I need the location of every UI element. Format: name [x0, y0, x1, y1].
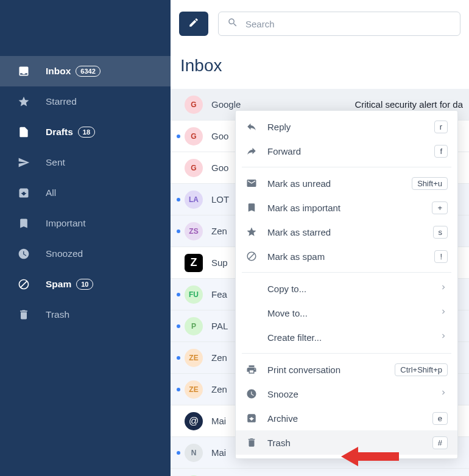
page-title: Inbox: [171, 47, 469, 89]
menu-separator: [242, 167, 451, 167]
unread-dot-icon: [177, 229, 180, 233]
unread-dot-icon: [177, 293, 180, 296]
chevron-right-icon: [439, 332, 448, 343]
menu-mark-unread[interactable]: Mark as unread Shift+u: [236, 171, 457, 195]
menu-label: Snooze: [267, 389, 439, 399]
archive-icon: [245, 412, 258, 424]
menu-label: Mark as unread: [267, 178, 412, 189]
chevron-right-icon: [439, 307, 448, 318]
clock-icon: [17, 247, 30, 261]
chevron-right-icon: [439, 283, 448, 294]
sidebar-badge: 10: [76, 279, 93, 290]
mail-icon: [245, 177, 258, 189]
menu-label: Mark as important: [267, 203, 432, 213]
file-icon: [17, 125, 30, 139]
clock-icon: [245, 388, 258, 400]
unread-dot-icon: [177, 451, 180, 455]
avatar: G: [185, 127, 203, 145]
sidebar-item-inbox[interactable]: Inbox 6342: [0, 56, 171, 86]
forward-icon: [245, 145, 258, 157]
menu-shortcut: f: [434, 145, 448, 158]
menu-shortcut: Shift+u: [412, 177, 448, 190]
avatar: Z: [185, 254, 203, 272]
sidebar-item-important[interactable]: Important: [0, 208, 171, 239]
menu-move-to[interactable]: Move to...: [236, 301, 457, 325]
menu-archive[interactable]: Archive e: [236, 406, 457, 430]
sidebar-item-snoozed[interactable]: Snoozed: [0, 239, 171, 269]
avatar: LA: [185, 191, 203, 209]
archive-icon: [17, 186, 30, 200]
menu-shortcut: r: [434, 121, 448, 133]
sidebar-label: Snoozed: [46, 248, 83, 259]
context-menu: Reply r Forward f Mark as unread Shift+u…: [235, 110, 458, 459]
menu-separator: [242, 353, 451, 354]
sidebar-label: Drafts: [46, 127, 73, 138]
sidebar-label: Trash: [46, 309, 69, 320]
menu-shortcut: Ctrl+Shift+p: [395, 363, 448, 376]
menu-label: Move to...: [267, 308, 439, 318]
unread-dot-icon: [177, 135, 180, 138]
search-icon: [227, 17, 245, 30]
pencil-icon: [188, 17, 199, 30]
sidebar-label: Spam: [46, 279, 71, 290]
avatar: ZE: [185, 349, 203, 367]
sidebar-item-all[interactable]: All: [0, 178, 171, 208]
sidebar-label: Starred: [46, 96, 77, 107]
menu-shortcut: !: [434, 250, 448, 263]
search-box[interactable]: [218, 12, 460, 36]
menu-create-filter[interactable]: Create filter...: [236, 325, 457, 349]
avatar: P: [185, 317, 203, 335]
annotation-arrow-icon: [341, 444, 399, 469]
avatar: G: [185, 159, 203, 177]
sidebar-item-trash[interactable]: Trash: [0, 299, 171, 330]
bookmark-icon: [245, 201, 258, 214]
bookmark-icon: [17, 217, 30, 230]
menu-reply[interactable]: Reply r: [236, 114, 457, 139]
menu-label: Archive: [267, 413, 432, 424]
menu-label: Print conversation: [267, 365, 395, 375]
sidebar-label: Inbox: [46, 66, 71, 77]
sidebar-item-drafts[interactable]: Drafts 18: [0, 117, 171, 147]
sidebar: Inbox 6342 Starred Drafts 18 Sent All Im…: [0, 0, 171, 476]
send-icon: [17, 156, 30, 169]
unread-dot-icon: [177, 388, 180, 391]
email-sender: Google: [211, 99, 260, 110]
menu-mark-spam[interactable]: Mark as spam !: [236, 244, 457, 268]
block-icon: [245, 250, 258, 262]
avatar: G: [185, 96, 203, 114]
menu-snooze[interactable]: Snooze: [236, 382, 457, 406]
avatar: @: [185, 412, 203, 430]
svg-marker-0: [341, 447, 399, 466]
sidebar-label: Important: [46, 218, 85, 229]
sidebar-item-starred[interactable]: Starred: [0, 86, 171, 117]
menu-label: Mark as spam: [267, 251, 434, 262]
chevron-right-icon: [439, 388, 448, 399]
menu-shortcut: s: [433, 226, 448, 239]
menu-label: Create filter...: [267, 332, 439, 343]
menu-mark-starred[interactable]: Mark as starred s: [236, 220, 457, 244]
sidebar-item-spam[interactable]: Spam 10: [0, 269, 171, 299]
menu-shortcut: #: [432, 436, 448, 449]
compose-button[interactable]: [179, 12, 208, 36]
sidebar-label: Sent: [46, 157, 65, 168]
menu-copy-to[interactable]: Copy to...: [236, 276, 457, 301]
menu-print[interactable]: Print conversation Ctrl+Shift+p: [236, 357, 457, 382]
unread-dot-icon: [177, 324, 180, 328]
avatar: ZE: [185, 380, 203, 399]
menu-shortcut: +: [432, 201, 448, 214]
sidebar-item-sent[interactable]: Sent: [0, 147, 171, 178]
unread-dot-icon: [177, 356, 180, 360]
email-subject: Critical security alert for da: [354, 99, 463, 110]
menu-mark-important[interactable]: Mark as important +: [236, 195, 457, 220]
menu-label: Forward: [267, 146, 434, 156]
menu-separator: [242, 272, 451, 273]
sidebar-badge: 18: [78, 127, 95, 138]
menu-label: Reply: [267, 122, 434, 132]
menu-forward[interactable]: Forward f: [236, 139, 457, 163]
trash-icon: [17, 308, 30, 321]
inbox-icon: [17, 65, 30, 78]
menu-label: Mark as starred: [267, 227, 433, 237]
search-input[interactable]: [245, 19, 451, 29]
email-row[interactable]: P PALLADIUM: [171, 469, 469, 476]
menu-shortcut: e: [432, 412, 448, 425]
